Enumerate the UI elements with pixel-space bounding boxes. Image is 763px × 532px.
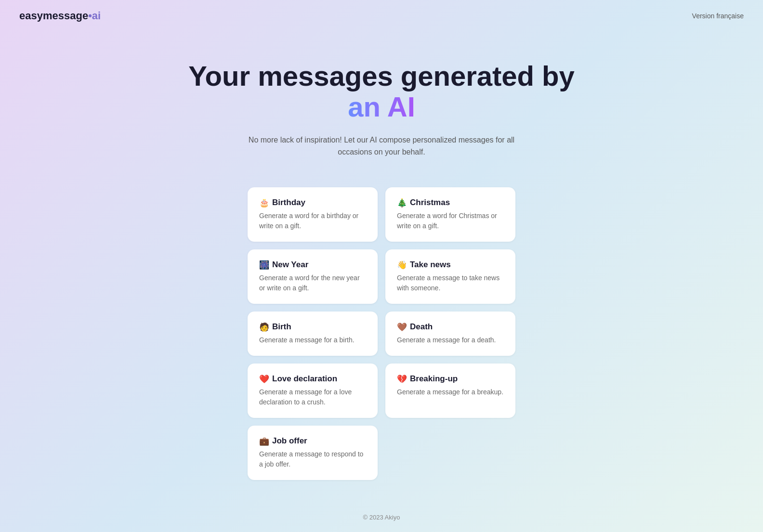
logo-ai: ai <box>92 10 101 22</box>
site-footer: © 2023 Akiyo <box>349 499 415 532</box>
card-desc-take-news: Generate a message to take news with som… <box>397 273 504 293</box>
card-job-offer[interactable]: 💼Job offerGenerate a message to respond … <box>248 426 378 480</box>
card-title-take-news: 👋Take news <box>397 260 504 270</box>
card-death[interactable]: 🤎DeathGenerate a message for a death. <box>385 311 515 356</box>
card-title-text-death: Death <box>410 322 433 332</box>
hero-title-start: Your messages generated by <box>188 60 575 91</box>
language-link[interactable]: Version française <box>692 12 744 20</box>
logo-message: message <box>43 10 88 22</box>
card-title-text-breaking-up: Breaking-up <box>410 374 458 384</box>
hero-subtitle: No more lack of inspiration! Let our AI … <box>237 134 526 158</box>
card-emoji-new-year: 🎆 <box>259 260 269 270</box>
card-emoji-birthday: 🎂 <box>259 198 269 208</box>
hero-title-highlight: an AI <box>348 91 415 122</box>
card-love-declaration[interactable]: ❤️Love declarationGenerate a message for… <box>248 363 378 418</box>
card-desc-christmas: Generate a word for Christmas or write o… <box>397 211 504 231</box>
card-title-new-year: 🎆New Year <box>259 260 366 270</box>
card-emoji-love-declaration: ❤️ <box>259 374 269 384</box>
footer-text: © 2023 Akiyo <box>363 514 400 521</box>
card-emoji-take-news: 👋 <box>397 260 407 270</box>
card-title-birth: 🧑Birth <box>259 322 366 332</box>
card-take-news[interactable]: 👋Take newsGenerate a message to take new… <box>385 249 515 304</box>
card-desc-new-year: Generate a word for the new year or writ… <box>259 273 366 293</box>
card-title-breaking-up: 💔Breaking-up <box>397 374 504 384</box>
card-title-birthday: 🎂Birthday <box>259 198 366 208</box>
card-title-text-love-declaration: Love declaration <box>272 374 337 384</box>
card-breaking-up[interactable]: 💔Breaking-upGenerate a message for a bre… <box>385 363 515 418</box>
card-christmas[interactable]: 🎄ChristmasGenerate a word for Christmas … <box>385 187 515 242</box>
hero-section: Your messages generated by an AI No more… <box>165 32 598 178</box>
logo: easymessage•ai <box>19 10 101 22</box>
card-emoji-christmas: 🎄 <box>397 198 407 208</box>
card-title-text-new-year: New Year <box>272 260 308 270</box>
card-desc-job-offer: Generate a message to respond to a job o… <box>259 449 366 469</box>
card-desc-breaking-up: Generate a message for a breakup. <box>397 387 504 397</box>
card-desc-birth: Generate a message for a birth. <box>259 335 366 345</box>
card-birthday[interactable]: 🎂BirthdayGenerate a word for a birthday … <box>248 187 378 242</box>
card-emoji-breaking-up: 💔 <box>397 374 407 384</box>
logo-easy: easy <box>19 10 43 22</box>
card-title-text-birthday: Birthday <box>272 198 305 208</box>
card-title-job-offer: 💼Job offer <box>259 436 366 446</box>
card-title-death: 🤎Death <box>397 322 504 332</box>
logo-dot: • <box>88 10 92 22</box>
card-title-love-declaration: ❤️Love declaration <box>259 374 366 384</box>
card-desc-love-declaration: Generate a message for a love declaratio… <box>259 387 366 407</box>
card-emoji-death: 🤎 <box>397 322 407 332</box>
card-emoji-birth: 🧑 <box>259 322 269 332</box>
card-desc-birthday: Generate a word for a birthday or write … <box>259 211 366 231</box>
hero-title: Your messages generated by an AI <box>174 61 589 122</box>
card-birth[interactable]: 🧑BirthGenerate a message for a birth. <box>248 311 378 356</box>
card-title-text-job-offer: Job offer <box>272 436 307 446</box>
cards-grid: 🎂BirthdayGenerate a word for a birthday … <box>248 178 515 499</box>
card-title-christmas: 🎄Christmas <box>397 198 504 208</box>
card-new-year[interactable]: 🎆New YearGenerate a word for the new yea… <box>248 249 378 304</box>
card-title-text-take-news: Take news <box>410 260 451 270</box>
card-title-text-christmas: Christmas <box>410 198 450 208</box>
card-emoji-job-offer: 💼 <box>259 436 269 446</box>
site-header: easymessage•ai Version française <box>0 0 763 32</box>
card-desc-death: Generate a message for a death. <box>397 335 504 345</box>
card-title-text-birth: Birth <box>272 322 291 332</box>
